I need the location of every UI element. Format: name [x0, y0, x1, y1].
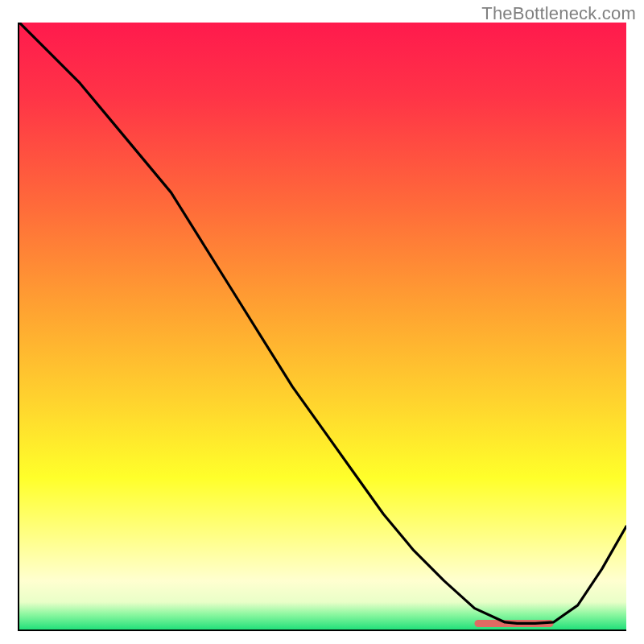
- attribution-text: TheBottleneck.com: [481, 3, 636, 24]
- chart-frame: TheBottleneck.com: [0, 0, 644, 644]
- plot-area: [18, 23, 626, 631]
- plot-svg: [19, 23, 626, 630]
- gradient-background: [19, 23, 626, 630]
